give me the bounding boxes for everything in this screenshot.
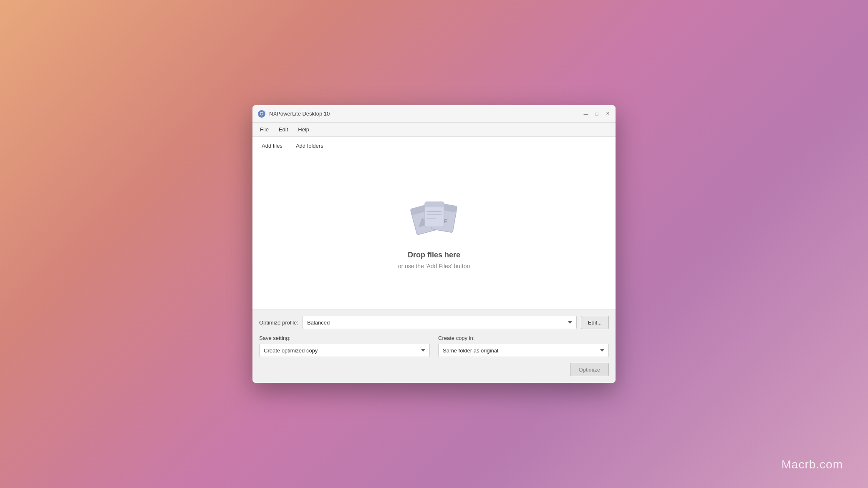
add-folders-button[interactable]: Add folders bbox=[290, 141, 329, 151]
save-setting-label: Save setting: bbox=[259, 335, 430, 341]
profile-label: Optimize profile: bbox=[259, 319, 298, 326]
close-button[interactable]: ✕ bbox=[605, 111, 611, 117]
settings-row: Save setting: Create optimized copy Crea… bbox=[259, 335, 609, 357]
drop-subtitle: or use the 'Add Files' button bbox=[398, 263, 470, 269]
menu-file[interactable]: File bbox=[256, 125, 273, 134]
maximize-button[interactable]: □ bbox=[594, 111, 600, 117]
minimize-button[interactable]: — bbox=[583, 111, 589, 117]
window-controls: — □ ✕ bbox=[583, 111, 611, 117]
window-title: NXPowerLite Desktop 10 bbox=[269, 111, 583, 117]
svg-point-1 bbox=[261, 113, 263, 115]
toolbar: Add files Add folders bbox=[252, 137, 616, 155]
action-row: Optimize bbox=[259, 363, 609, 376]
menu-bar: File Edit Help bbox=[252, 123, 616, 137]
menu-edit[interactable]: Edit bbox=[275, 125, 292, 134]
edit-button[interactable]: Edit... bbox=[581, 316, 609, 329]
profile-select[interactable]: Balanced bbox=[303, 316, 577, 329]
drop-zone[interactable]: PDF Drop files here or use the 'Add File… bbox=[252, 155, 616, 309]
optimize-button[interactable]: Optimize bbox=[570, 363, 609, 376]
save-setting-group: Save setting: Create optimized copy bbox=[259, 335, 430, 357]
add-files-button[interactable]: Add files bbox=[256, 141, 288, 151]
drop-icon: PDF bbox=[409, 196, 459, 243]
watermark: Macrb.com bbox=[782, 458, 843, 471]
svg-rect-13 bbox=[425, 206, 444, 207]
drop-title: Drop files here bbox=[408, 251, 460, 259]
profile-row: Optimize profile: Balanced Edit... bbox=[259, 316, 609, 329]
main-window: NXPowerLite Desktop 10 — □ ✕ File Edit H… bbox=[252, 105, 616, 383]
bottom-panel: Optimize profile: Balanced Edit... Save … bbox=[252, 309, 616, 383]
create-copy-select[interactable]: Same folder as original bbox=[438, 344, 609, 357]
menu-help[interactable]: Help bbox=[294, 125, 313, 134]
create-copy-group: Create copy in: Same folder as original bbox=[438, 335, 609, 357]
create-copy-label: Create copy in: bbox=[438, 335, 609, 341]
save-setting-select[interactable]: Create optimized copy bbox=[259, 344, 430, 357]
title-bar: NXPowerLite Desktop 10 — □ ✕ bbox=[252, 105, 616, 123]
app-logo bbox=[257, 110, 266, 118]
